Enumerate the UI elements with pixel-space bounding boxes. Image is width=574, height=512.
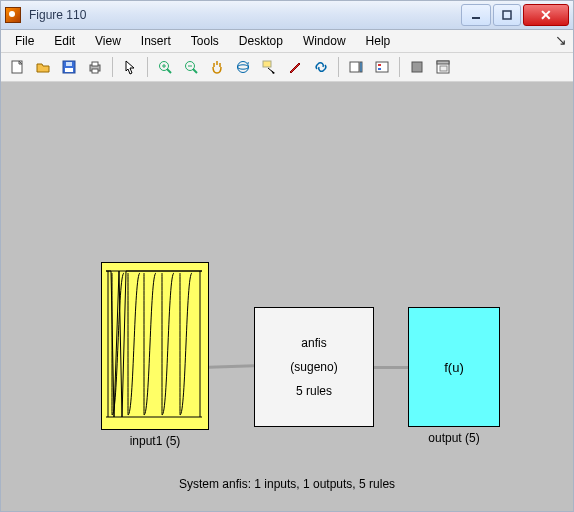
svg-rect-18 bbox=[263, 61, 271, 67]
connector-input-center bbox=[209, 364, 254, 369]
rotate3d-icon[interactable] bbox=[231, 55, 255, 79]
input-label: input1 (5) bbox=[101, 434, 209, 448]
link-icon[interactable] bbox=[309, 55, 333, 79]
menu-view[interactable]: View bbox=[87, 32, 129, 50]
toolbar bbox=[1, 53, 573, 82]
svg-rect-21 bbox=[376, 62, 388, 72]
output-block[interactable]: f(u) bbox=[408, 307, 500, 427]
svg-rect-27 bbox=[440, 66, 447, 71]
minimize-button[interactable] bbox=[461, 4, 491, 26]
menu-insert[interactable]: Insert bbox=[133, 32, 179, 50]
toolbar-separator bbox=[399, 57, 400, 77]
figure-window: Figure 110 ✕ File Edit View Insert Tools… bbox=[0, 0, 574, 512]
close-button[interactable]: ✕ bbox=[523, 4, 569, 26]
system-name: anfis bbox=[301, 336, 326, 350]
svg-rect-4 bbox=[65, 68, 73, 72]
svg-line-14 bbox=[193, 69, 197, 73]
show-tools-icon[interactable] bbox=[431, 55, 455, 79]
pan-icon[interactable] bbox=[205, 55, 229, 79]
app-icon bbox=[5, 7, 21, 23]
figure-canvas[interactable]: anfis (sugeno) 5 rules f(u) input1 (5) o… bbox=[1, 82, 573, 511]
membership-functions-icon bbox=[106, 267, 202, 423]
save-icon[interactable] bbox=[57, 55, 81, 79]
svg-rect-5 bbox=[66, 62, 72, 66]
brush-icon[interactable] bbox=[283, 55, 307, 79]
dock-icon[interactable]: ↘ bbox=[555, 32, 567, 48]
zoom-out-icon[interactable] bbox=[179, 55, 203, 79]
menu-tools[interactable]: Tools bbox=[183, 32, 227, 50]
svg-rect-7 bbox=[92, 62, 98, 66]
open-icon[interactable] bbox=[31, 55, 55, 79]
menubar: File Edit View Insert Tools Desktop Wind… bbox=[1, 30, 573, 53]
toolbar-separator bbox=[112, 57, 113, 77]
connector-center-output bbox=[374, 366, 408, 369]
titlebar[interactable]: Figure 110 ✕ bbox=[1, 1, 573, 30]
maximize-button[interactable] bbox=[493, 4, 521, 26]
svg-rect-19 bbox=[350, 62, 359, 72]
print-icon[interactable] bbox=[83, 55, 107, 79]
svg-rect-24 bbox=[412, 62, 422, 72]
toolbar-separator bbox=[338, 57, 339, 77]
rule-count: 5 rules bbox=[296, 384, 332, 398]
output-label: output (5) bbox=[408, 431, 500, 445]
hide-tools-icon[interactable] bbox=[405, 55, 429, 79]
new-figure-icon[interactable] bbox=[5, 55, 29, 79]
zoom-in-icon[interactable] bbox=[153, 55, 177, 79]
menu-help[interactable]: Help bbox=[358, 32, 399, 50]
svg-rect-20 bbox=[360, 62, 362, 72]
datacursor-icon[interactable] bbox=[257, 55, 281, 79]
window-title: Figure 110 bbox=[27, 8, 459, 22]
menu-window[interactable]: Window bbox=[295, 32, 354, 50]
menu-file[interactable]: File bbox=[7, 32, 42, 50]
system-type: (sugeno) bbox=[290, 360, 337, 374]
svg-rect-26 bbox=[437, 61, 449, 64]
pointer-icon[interactable] bbox=[118, 55, 142, 79]
colorbar-icon[interactable] bbox=[344, 55, 368, 79]
svg-point-17 bbox=[238, 65, 249, 69]
menu-desktop[interactable]: Desktop bbox=[231, 32, 291, 50]
legend-icon[interactable] bbox=[370, 55, 394, 79]
svg-point-16 bbox=[238, 62, 249, 73]
toolbar-separator bbox=[147, 57, 148, 77]
svg-rect-1 bbox=[503, 11, 511, 19]
output-expression: f(u) bbox=[444, 360, 464, 375]
system-block[interactable]: anfis (sugeno) 5 rules bbox=[254, 307, 374, 427]
menu-edit[interactable]: Edit bbox=[46, 32, 83, 50]
input-block[interactable] bbox=[101, 262, 209, 430]
svg-line-10 bbox=[167, 69, 171, 73]
figure-caption: System anfis: 1 inputs, 1 outputs, 5 rul… bbox=[1, 477, 573, 491]
svg-rect-8 bbox=[92, 69, 98, 73]
